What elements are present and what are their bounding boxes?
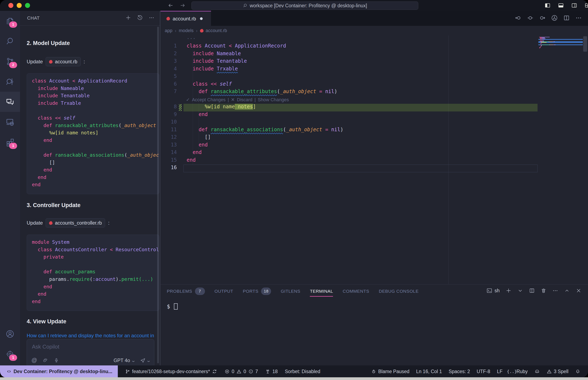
line-number: 15 [161, 157, 177, 163]
more-icon[interactable] [148, 15, 155, 21]
layout-customize-icon[interactable] [584, 2, 588, 9]
open-changes-back-icon[interactable] [515, 14, 522, 21]
status-item-spell-checker[interactable]: 3 Spell [547, 369, 568, 374]
status-item-notifications[interactable] [575, 369, 581, 374]
collapsed-region-marker[interactable]: ··· [187, 36, 196, 42]
gitlens-graph-icon[interactable] [551, 14, 558, 21]
editor-line-11[interactable]: 11 def ransackable_associations(_auth_ob… [161, 127, 538, 134]
activity-item-explorer[interactable]: 1 [0, 11, 20, 31]
chat-input-box[interactable]: Ask Copilot @ GPT 4o ⌄ ⌄ [27, 339, 154, 367]
editor-line-16[interactable]: 16 [161, 165, 538, 172]
editor-line-12[interactable]: 12 [] [161, 134, 538, 142]
panel-tab-problems[interactable]: PROBLEMS7 [167, 285, 205, 298]
editor-line-7[interactable]: 7 def ransackable_attributes(_auth_objec… [161, 89, 538, 96]
minimap-slider[interactable] [583, 36, 587, 52]
split-editor-icon[interactable] [563, 14, 570, 21]
history-icon[interactable] [137, 15, 143, 21]
layout-sidebar-right-icon[interactable] [571, 2, 578, 9]
editor-line-9[interactable]: 9 end [161, 112, 538, 119]
show-changes-button[interactable]: Show Changes [258, 97, 289, 102]
chevron-up-icon[interactable] [564, 287, 570, 294]
editor-line-1[interactable]: 1class Account < ApplicationRecord [161, 43, 538, 51]
activity-item-accounts[interactable] [0, 324, 20, 344]
add-icon[interactable] [125, 15, 131, 21]
paperclip-icon[interactable] [42, 358, 48, 363]
at-icon[interactable]: @ [31, 358, 37, 363]
panel-tab-comments[interactable]: COMMENTS [343, 285, 369, 298]
zoom-window-button[interactable] [25, 3, 30, 8]
tab-account-rb[interactable]: account.rb [161, 11, 211, 26]
chevron-down-icon[interactable] [517, 287, 523, 294]
status-item-remote-indicator[interactable]: Dev Container: Profitency @ desktop-linu… [0, 365, 118, 378]
editor-line-4[interactable]: 4 include Trxable [161, 66, 538, 74]
mic-icon[interactable] [54, 358, 59, 363]
send-icon[interactable] [140, 357, 146, 363]
minimize-window-button[interactable] [17, 3, 22, 8]
activity-item-search-commits[interactable] [0, 72, 20, 92]
editor-line-13[interactable]: 13 end [161, 142, 538, 150]
more-icon[interactable] [552, 287, 558, 294]
check-icon[interactable]: ✓ [186, 97, 190, 102]
editor-line-15[interactable]: 15end [161, 157, 538, 165]
model-picker[interactable]: GPT 4o [114, 358, 130, 363]
back-icon[interactable] [168, 2, 173, 8]
close-icon[interactable]: ✕ [231, 97, 235, 102]
layout-panel-icon[interactable] [558, 2, 564, 9]
terminal-icon[interactable] [486, 287, 492, 294]
terminal[interactable]: $ [167, 303, 178, 310]
panel-tab-output[interactable]: OUTPUT [215, 285, 233, 298]
activity-item-source-control[interactable]: 2 [0, 51, 20, 72]
panel-tab-ports[interactable]: PORTS18 [243, 285, 271, 298]
breadcrumb-item[interactable]: models [179, 28, 194, 33]
close-icon[interactable] [575, 287, 582, 294]
file-chip-accounts-controller-rb[interactable]: accounts_controller.rb [46, 218, 105, 228]
open-changes-forward-icon[interactable] [539, 14, 546, 21]
command-center-search[interactable]: workspace [Dev Container: Profitency @ d… [191, 1, 418, 10]
add-icon[interactable] [506, 287, 512, 294]
accept-changes-button[interactable]: Accept Changes [192, 97, 225, 102]
status-item-encoding[interactable]: UTF-8 [477, 369, 490, 374]
activity-item-search[interactable] [0, 31, 20, 51]
status-item-language-mode[interactable]: {..}Ruby [509, 369, 528, 374]
activity-item-chat[interactable] [0, 92, 20, 112]
trash-icon[interactable] [540, 287, 547, 294]
editor-line-2[interactable]: 2 include Nameable [161, 51, 538, 58]
modified-dot-icon[interactable] [200, 17, 203, 20]
activity-item-remote-explorer[interactable] [0, 112, 20, 132]
minimap-code [554, 45, 554, 45]
status-item-copilot[interactable] [534, 369, 540, 374]
activity-item-extensions[interactable]: 1 [0, 132, 20, 152]
layout-sidebar-left-icon[interactable] [544, 2, 551, 9]
editor-line-14[interactable]: 14 end [161, 149, 538, 157]
editor-line-8[interactable]: 8 %w[id name notes] [161, 104, 538, 112]
status-item-gitlens-blame[interactable]: Blame Paused [371, 369, 409, 374]
editor-line-5[interactable]: 5 [161, 73, 538, 81]
more-icon[interactable] [575, 14, 582, 21]
panel-tab-gitlens[interactable]: GITLENS [281, 285, 300, 298]
activity-item-settings[interactable]: 1 [0, 344, 20, 364]
minimap-code [550, 45, 553, 45]
status-item-git-branch[interactable]: feature/10268-setup-dev-containers* [125, 369, 217, 374]
editor-line-6[interactable]: 6 class << self [161, 81, 538, 89]
breadcrumb-item[interactable]: app [165, 28, 172, 33]
code-editor[interactable]: ··· 1class Account < ApplicationRecord2 … [161, 36, 588, 285]
status-item-ports[interactable]: 18 [265, 369, 278, 374]
editor-line-10[interactable]: 10 [161, 119, 538, 127]
split-editor-icon[interactable] [529, 287, 535, 294]
discard-button[interactable]: Discard [237, 97, 252, 102]
status-item-problems[interactable]: 007 [224, 369, 258, 374]
editor-line-3[interactable]: 3 include Tenantable [161, 58, 538, 66]
breadcrumb-file[interactable]: account.rb [200, 28, 227, 33]
panel-tab-terminal[interactable]: TERMINAL [310, 285, 333, 298]
forward-icon[interactable] [180, 2, 185, 8]
file-chip-account-rb[interactable]: account.rb [46, 57, 81, 66]
status-item-sorbet[interactable]: Sorbet: Disabled [285, 369, 320, 374]
close-window-button[interactable] [8, 3, 13, 8]
minimap-code [542, 39, 545, 40]
chat-scrollbar[interactable] [157, 27, 159, 363]
panel-tab-debug-console[interactable]: DEBUG CONSOLE [379, 285, 419, 298]
status-item-indentation[interactable]: Spaces: 2 [449, 369, 470, 374]
open-change-icon[interactable] [527, 14, 534, 21]
status-item-cursor-position[interactable]: Ln 16, Col 1 [416, 369, 442, 374]
status-item-eol[interactable]: LF [497, 369, 503, 374]
